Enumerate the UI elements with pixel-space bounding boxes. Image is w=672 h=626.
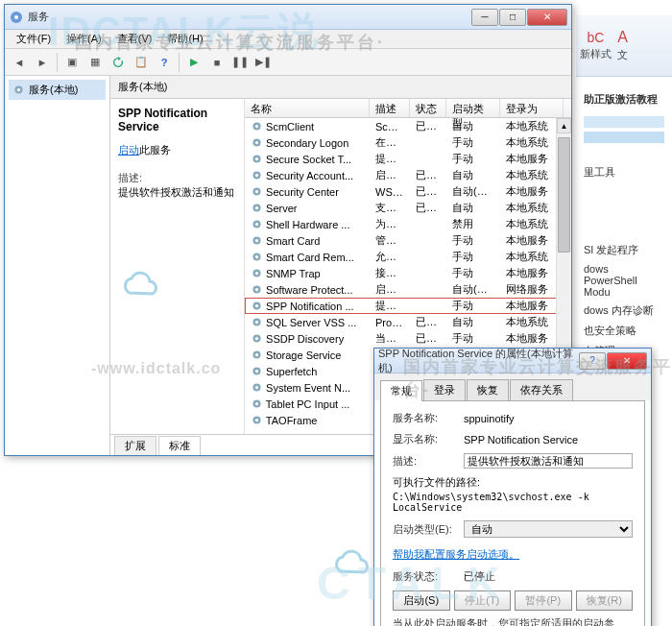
detail-service-name: SPP Notification Service (118, 107, 236, 133)
menu-action[interactable]: 操作(A) (59, 30, 109, 48)
start-button[interactable]: 启动(S) (393, 590, 450, 611)
stop-button[interactable]: 停止(T) (454, 590, 512, 611)
desc-label: 描述: (393, 454, 464, 469)
bg-list-item[interactable]: dows PowerShell Modu (584, 260, 664, 301)
nav-root[interactable]: 服务(本地) (9, 80, 106, 100)
tab-logon[interactable]: 登录 (423, 379, 466, 400)
ribbon-group-change[interactable]: A 文 (617, 29, 628, 62)
tab-standard[interactable]: 标准 (158, 436, 201, 455)
bg-list-item[interactable]: SI 发起程序 (584, 240, 664, 260)
titlebar[interactable]: 服务 ─ □ ✕ (5, 5, 571, 30)
service-row[interactable]: SNMP Trap接收...手动本地服务 (245, 265, 571, 281)
svc-name-label: 服务名称: (393, 411, 464, 425)
stop-button[interactable]: ■ (206, 52, 228, 73)
help-button[interactable]: ? (154, 52, 175, 73)
service-row[interactable]: Smart Card Rem...允许...手动本地系统 (245, 249, 571, 265)
desc-text: 提供软件授权激活和通知 (118, 185, 236, 200)
col-desc[interactable]: 描述 (370, 99, 410, 117)
services-icon (9, 10, 24, 25)
close-button[interactable]: ✕ (527, 9, 567, 26)
service-row[interactable]: Security Account...启动...已启动自动本地系统 (245, 167, 571, 183)
bg-title: 助正版激活教程 (584, 92, 664, 107)
tab-recovery[interactable]: 恢复 (467, 379, 509, 400)
col-logon[interactable]: 登录为 (500, 99, 564, 117)
prop-close-button[interactable]: ✕ (607, 352, 647, 370)
ribbon-group-style[interactable]: bC 新样式 (580, 30, 612, 61)
service-row[interactable]: SQL Server VSS ...Prov...已启动自动本地系统 (245, 314, 571, 330)
menu-view[interactable]: 查看(V) (109, 30, 160, 48)
bg-ribbon: bC 新样式 A 文 (576, 15, 672, 77)
desc-input[interactable] (464, 453, 633, 469)
play-button[interactable]: ▶ (183, 52, 204, 73)
tab-extended[interactable]: 扩展 (114, 436, 156, 455)
export-button[interactable]: 📋 (131, 52, 152, 73)
menu-help[interactable]: 帮助(H) (159, 30, 210, 48)
prop-body: 服务名称:sppuinotify 显示名称:SPP Notification S… (380, 400, 645, 626)
up-button[interactable]: ▣ (61, 52, 83, 73)
svg-point-9 (255, 157, 258, 160)
svg-point-33 (255, 353, 258, 356)
bg-list-item[interactable]: dows 内存诊断 (584, 301, 664, 321)
show-hide-button[interactable]: ▦ (84, 52, 106, 73)
svg-point-19 (255, 239, 258, 242)
nav-tree: 服务(本地) (5, 76, 110, 455)
bg-list-item[interactable]: 也安全策略 (584, 321, 664, 341)
start-service-link[interactable]: 启动 (118, 144, 139, 156)
service-row[interactable]: SSDP Discovery当发...已启动手动本地服务 (245, 330, 571, 347)
maximize-button[interactable]: □ (499, 9, 526, 26)
back-button[interactable]: ◄ (9, 52, 30, 73)
svg-point-37 (255, 386, 258, 389)
start-type-label: 启动类型(E): (393, 522, 464, 537)
service-row[interactable]: ScmClientScm...已启动自动本地系统 (245, 118, 571, 134)
service-row[interactable]: Security CenterWSC...已启动自动(延迟...本地服务 (245, 183, 571, 200)
restart-button[interactable]: ▶❚ (252, 52, 274, 73)
service-row[interactable]: Shell Hardware ...为自...禁用本地系统 (245, 216, 571, 232)
tab-dependencies[interactable]: 依存关系 (510, 379, 573, 400)
exe-path: C:\Windows\system32\svchost.exe -k Local… (393, 492, 633, 513)
properties-dialog: SPP Notification Service 的属性(本地计算机) ? ✕ … (373, 348, 652, 626)
menu-file[interactable]: 文件(F) (9, 30, 59, 48)
svg-point-11 (255, 174, 258, 177)
prop-title: SPP Notification Service 的属性(本地计算机) (378, 347, 579, 375)
svg-point-13 (255, 190, 258, 193)
status-value: 已停止 (464, 569, 633, 584)
help-link[interactable]: 帮助我配置服务启动选项。 (393, 547, 519, 562)
service-row[interactable]: Server支持...已启动自动本地系统 (245, 200, 571, 216)
bg-side-panel: 助正版激活教程 里工具 SI 发起程序dows PowerShell Modud… (576, 84, 672, 369)
svg-point-35 (255, 370, 258, 373)
svg-point-3 (17, 88, 20, 91)
disp-name-value: SPP Notification Service (464, 434, 633, 445)
tab-general[interactable]: 常规 (380, 380, 422, 401)
service-row[interactable]: Secure Socket T...提供...手动本地服务 (245, 151, 571, 167)
service-row[interactable]: SPP Notification ...提供...手动本地服务 (245, 298, 571, 314)
service-row[interactable]: Secondary Logon在不...手动本地系统 (245, 134, 571, 151)
service-row[interactable]: Smart Card管理...手动本地服务 (245, 232, 571, 249)
col-status[interactable]: 状态 (410, 99, 446, 117)
start-note: 当从此处启动服务时，您可指定所适用的启动参数。 (393, 616, 633, 626)
svc-name-value: sppuinotify (464, 413, 633, 424)
svg-point-17 (255, 223, 258, 226)
svg-point-21 (255, 255, 258, 258)
service-row[interactable]: Software Protect...启用...自动(延迟网络服务 (245, 281, 571, 298)
scroll-up-button[interactable]: ▲ (557, 118, 571, 133)
svg-point-41 (255, 419, 258, 421)
exe-label: 可执行文件的路径: (393, 475, 633, 490)
pause-button[interactable]: ❚❚ (229, 52, 251, 73)
desc-label: 描述: (118, 171, 236, 185)
minimize-button[interactable]: ─ (471, 9, 498, 26)
col-start[interactable]: 启动类型 (446, 99, 500, 117)
scroll-thumb[interactable] (558, 137, 570, 253)
col-name[interactable]: 名称 (245, 99, 370, 117)
gear-icon (12, 84, 25, 96)
detail-pane: SPP Notification Service 启动此服务 描述: 提供软件授… (110, 99, 245, 434)
resume-button[interactable]: 恢复(R) (576, 590, 634, 611)
refresh-button[interactable] (108, 52, 129, 73)
start-type-select[interactable]: 自动 (464, 520, 633, 538)
prop-help-button[interactable]: ? (579, 352, 606, 370)
toolbar: ◄ ► ▣ ▦ 📋 ? ▶ ■ ❚❚ ▶❚ (5, 49, 571, 76)
pause-button[interactable]: 暂停(P) (515, 590, 572, 611)
prop-titlebar[interactable]: SPP Notification Service 的属性(本地计算机) ? ✕ (374, 349, 651, 373)
content-header: 服务(本地) (110, 76, 571, 99)
forward-button[interactable]: ► (32, 52, 53, 73)
list-header: 名称 描述 状态 启动类型 登录为 (245, 99, 571, 118)
